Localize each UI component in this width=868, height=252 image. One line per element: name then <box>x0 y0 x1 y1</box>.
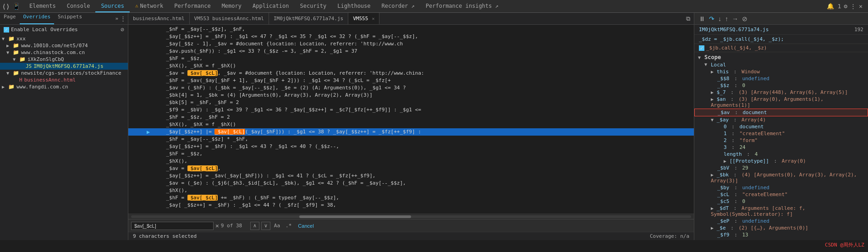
scope-ssz[interactable]: _$$z : 0 <box>694 82 868 89</box>
right-file-name: IM0jQktM6FSQ.6771a74.js <box>699 27 769 33</box>
tree-item-jsfile[interactable]: JS IM0jQktM6FSQ.6771a74.js <box>0 63 128 70</box>
tree-item-xxx[interactable]: ▼ 📁 xxx <box>0 35 128 42</box>
code-line-19: _$hX(), <box>128 158 694 165</box>
tree-item-10010[interactable]: ▶ 📁 www.10010.com/net5/074 <box>0 42 128 49</box>
scope-dt[interactable]: ▶ _$dT : Arguments [callee: f, Symbol(Sy… <box>694 205 868 218</box>
tab-elements[interactable]: Elements <box>24 0 61 12</box>
code-line-24: _$hF = _$av[_$cL] += _$hF) : (_$hF = typ… <box>128 194 694 202</box>
debugger-toolbar: ⏸ ↷ ↓ ↑ → ⊘ <box>694 13 868 25</box>
tab-performance-insights[interactable]: Performance insights ↗ <box>420 0 504 12</box>
open-file-im0j[interactable]: IM0jQktM6FSQ.6771a74.js <box>269 13 348 24</box>
scope-cl: _$cL : "createElement" <box>694 191 868 198</box>
an-arrow: ▶ <box>711 97 714 102</box>
tree-item-fangdi[interactable]: ▶ 📁 www.fangdi.com.cn <box>0 83 128 90</box>
step-over-btn[interactable]: ↷ <box>708 14 715 23</box>
close-icon[interactable]: ✕ <box>859 3 863 10</box>
tab-performance[interactable]: Performance <box>169 0 216 12</box>
htmlfile-icon: H <box>19 77 22 83</box>
search-input[interactable] <box>131 222 214 230</box>
scope-an[interactable]: ▶ $an : (3) [Array(0), Arguments(1), Arg… <box>694 96 868 109</box>
code-line-5: _$hF = _$$z, <box>128 55 694 62</box>
right-toolbar: 🔔 1 ⚙ ⋮ ✕ <box>823 3 866 10</box>
tab-application[interactable]: Application <box>247 0 294 12</box>
local-override-checkbox[interactable]: ✓ <box>4 27 9 33</box>
tab-sources[interactable]: Sources <box>95 0 130 12</box>
pause-resume-btn[interactable]: ⏸ <box>698 14 706 23</box>
open-file-businessannc[interactable]: businessAnnc.html <box>128 13 190 24</box>
tab-security[interactable]: Security <box>294 0 332 12</box>
step-btn[interactable]: → <box>731 14 739 23</box>
folder-icon-newsite: 📁 <box>13 70 19 76</box>
device-icon[interactable]: 📱 <box>12 2 20 11</box>
scrollbar-thumb[interactable] <box>299 215 411 218</box>
tree-arrow-newsite: ▼ <box>6 71 13 76</box>
code-line-25: _$ay[ _$$z++] = _$hF) : _$g1 <= 44 ? ( _… <box>128 202 694 209</box>
scope-this[interactable]: ▶ this : Window <box>694 68 868 75</box>
regex-toggle[interactable]: .* <box>284 222 293 230</box>
code-file-tabs: businessAnnc.html VM553 businessAnnc.htm… <box>128 13 694 25</box>
tab-page[interactable]: Page <box>0 13 20 24</box>
ay-arrow: ▼ <box>711 117 714 122</box>
tab-network[interactable]: Network <box>130 0 169 12</box>
code-panel: businessAnnc.html VM553 businessAnnc.htm… <box>128 13 694 240</box>
scope-s7[interactable]: ▶ $_7 : (3) [Array(448), Array(6), Array… <box>694 89 868 96</box>
scope-ay-header[interactable]: ▼ _$ay : Array(4) <box>694 116 868 123</box>
step-into-btn[interactable]: ↓ <box>717 14 722 23</box>
code-line-11: _$bk[5] = _$hF, _$hF = 2 <box>128 99 694 106</box>
code-line-16: _$hF = _$ay[--_$$z] * _$hF, <box>128 136 694 143</box>
tab-snippets[interactable]: Snippets <box>54 13 86 24</box>
scrollbar-track[interactable] <box>131 215 691 218</box>
scope-section-header[interactable]: ▼ Scope <box>694 53 868 61</box>
tab-recorder[interactable]: Recorder ↗ <box>376 0 420 12</box>
code-line-23: _$hX(), <box>128 187 694 194</box>
deactivate-btn[interactable]: ⊘ <box>741 14 748 23</box>
more-icon[interactable]: ⋮ <box>850 3 856 10</box>
s7-arrow: ▶ <box>711 90 714 95</box>
code-line-18: _$hF = _$$z, <box>128 150 694 158</box>
scope-e[interactable]: ▶ _$e : (2) [{…}, Arguments(0)] <box>694 225 868 231</box>
open-file-vm553[interactable]: VM553 businessAnnc.html <box>190 13 269 24</box>
step-out-btn[interactable]: ↑ <box>724 14 729 23</box>
horizontal-scrollbar[interactable] <box>128 214 694 219</box>
left-panel-options[interactable]: ⋮ <box>120 15 126 22</box>
open-file-vm555[interactable]: VM555 ✕ <box>348 13 379 24</box>
inspect-icon[interactable]: ⟨⟩ <box>2 2 10 11</box>
left-panel-more[interactable]: » <box>115 16 118 22</box>
code-line-14: _$hX(), _$hX = f _$hX() <box>128 121 694 128</box>
tree-label-chinastock: www.chinastock.com.cn <box>21 49 85 55</box>
code-content[interactable]: _$nF = _$ay[--_$$z], _$nF, _$ay[_$$z++] … <box>128 25 694 214</box>
local-arrow-icon: ▼ <box>704 62 711 67</box>
search-cancel-btn[interactable]: Cancel <box>295 222 316 230</box>
watch-checkbox[interactable]: ✓ <box>699 45 704 51</box>
scope-ss8[interactable]: _$$8 : undefined <box>694 75 868 82</box>
tab-lighthouse[interactable]: Lighthouse <box>332 0 376 12</box>
scope-av[interactable]: _$av : document <box>694 109 868 116</box>
tree-item-newsite[interactable]: ▼ 📁 newsite/cgs-services/stockFinance <box>0 70 128 77</box>
this-arrow: ▶ <box>711 69 714 74</box>
scope-bv[interactable]: _$bV : 29 <box>694 164 868 171</box>
scope-ay-3: 3 : 24 <box>694 144 868 151</box>
top-toolbar: ⟨⟩ 📱 Elements Console Sources Network Pe… <box>0 0 868 13</box>
close-vm555[interactable]: ✕ <box>372 16 374 21</box>
tab-console[interactable]: Console <box>61 0 96 12</box>
tab-memory[interactable]: Memory <box>216 0 247 12</box>
tab-overrides[interactable]: Overrides <box>20 13 55 24</box>
settings-icon[interactable]: ⚙ <box>844 3 847 10</box>
search-next-btn[interactable]: ∨ <box>261 222 270 230</box>
left-panel: Page Overrides Snippets » ⋮ ✓ Enable Loc… <box>0 13 128 240</box>
tree-item-businessannc[interactable]: H businessAnnc.html <box>0 77 128 83</box>
search-clear-icon[interactable]: ✕ <box>215 222 219 229</box>
tree-item-chinastock[interactable]: ▼ 📁 www.chinastock.com.cn <box>0 49 128 56</box>
match-case-toggle[interactable]: Aa <box>272 222 282 230</box>
split-editor-icon[interactable]: ⧉ <box>686 15 690 22</box>
scope-bk[interactable]: ▶ _$bk : (4) [Arguments(0), Array(3), Ar… <box>694 171 868 184</box>
tree-item-ixkzon[interactable]: ▼ 📁 iXkZonSlgCbQ <box>0 56 128 63</box>
notification-icon[interactable]: 🔔 1 <box>827 3 841 10</box>
right-panel: ⏸ ↷ ↓ ↑ → ⊘ IM0jQktM6FSQ.6771a74.js 192 … <box>694 13 868 240</box>
code-line-22: _$av = (_$e) : (_$j6(_$h3._$id[_$cL], _$… <box>128 180 694 187</box>
local-override-clear[interactable]: ⊘ <box>121 26 124 33</box>
tree-arrow-ixkzon: ▼ <box>13 57 19 62</box>
search-prev-btn[interactable]: ∧ <box>250 222 259 230</box>
scope-ay-proto[interactable]: ▶ [[Prototype]] : Array(0) <box>694 158 868 164</box>
scope-local-header[interactable]: ▼ Local <box>694 61 868 68</box>
